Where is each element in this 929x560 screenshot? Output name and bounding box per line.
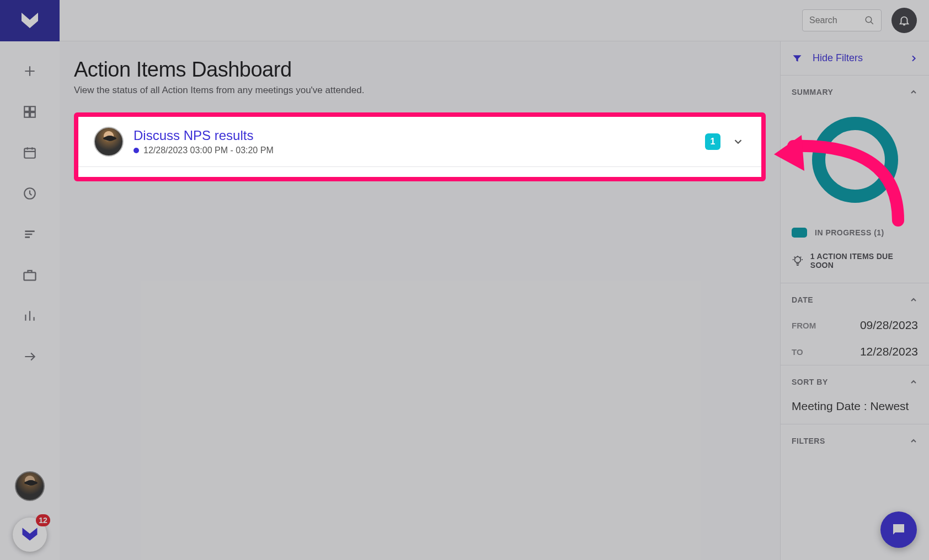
date-from-row[interactable]: FROM 09/28/2023 (781, 312, 929, 338)
summary-donut (781, 104, 929, 223)
notifications-button[interactable] (891, 8, 917, 33)
expand-button[interactable] (730, 134, 746, 149)
meeting-info: Discuss NPS results 12/28/2023 03:00 PM … (134, 128, 705, 155)
due-soon-row: 1 ACTION ITEMS DUE SOON (781, 242, 929, 283)
svg-point-8 (819, 123, 891, 196)
hide-filters-label: Hide Filters (813, 52, 863, 64)
status-dot-icon (134, 148, 139, 153)
date-label: DATE (792, 295, 813, 304)
sortby-header[interactable]: SORT BY (781, 365, 929, 394)
floating-logo-button[interactable]: 12 (13, 518, 47, 552)
list-icon[interactable] (22, 227, 38, 242)
dashboard-icon[interactable] (22, 104, 38, 120)
from-label: FROM (792, 321, 816, 330)
user-avatar[interactable] (15, 471, 45, 501)
search-placeholder: Search (809, 15, 837, 25)
app-logo[interactable] (0, 0, 60, 41)
search-icon (864, 15, 874, 25)
from-value: 09/28/2023 (860, 319, 918, 332)
meeting-card-highlight: Discuss NPS results 12/28/2023 03:00 PM … (74, 112, 766, 181)
svg-point-9 (794, 257, 800, 263)
chevron-up-icon (909, 88, 918, 96)
main-content: Action Items Dashboard View the status o… (60, 41, 780, 560)
page-title: Action Items Dashboard (74, 58, 766, 82)
svg-rect-2 (24, 112, 29, 117)
sidebar-bottom: 12 (0, 471, 60, 552)
page-subtitle: View the status of all Action Items from… (74, 85, 766, 96)
donut-chart-icon (808, 113, 902, 207)
legend-label: IN PROGRESS (1) (815, 228, 884, 237)
svg-rect-1 (30, 106, 35, 111)
filters-panel: Hide Filters SUMMARY IN PROGRESS (1) 1 A… (780, 41, 929, 560)
chevron-up-icon (909, 437, 918, 445)
bell-icon (898, 14, 910, 26)
meeting-time: 12/28/2023 03:00 PM - 03:20 PM (134, 146, 705, 155)
logo-small-icon (20, 525, 40, 545)
svg-rect-4 (24, 148, 35, 158)
count-badge: 1 (705, 133, 720, 150)
topbar: Search (60, 0, 929, 41)
hide-filters-button[interactable]: Hide Filters (781, 41, 929, 76)
chevron-right-icon (909, 54, 918, 63)
bar-chart-icon[interactable] (22, 308, 38, 324)
clock-icon[interactable] (22, 186, 38, 201)
svg-rect-6 (24, 272, 36, 280)
legend-in-progress[interactable]: IN PROGRESS (1) (781, 223, 929, 242)
filters-label: FILTERS (792, 437, 825, 445)
chat-icon (890, 521, 907, 538)
meeting-title[interactable]: Discuss NPS results (134, 128, 705, 143)
date-header[interactable]: DATE (781, 283, 929, 312)
meeting-time-text: 12/28/2023 03:00 PM - 03:20 PM (143, 146, 274, 155)
legend-swatch-icon (792, 228, 807, 238)
floating-badge: 12 (36, 514, 50, 526)
chevron-down-icon (732, 136, 744, 148)
summary-header[interactable]: SUMMARY (781, 76, 929, 104)
new-icon[interactable] (22, 63, 38, 79)
logo-icon (19, 10, 41, 32)
svg-point-7 (866, 17, 872, 23)
sortby-label: SORT BY (792, 378, 828, 386)
summary-label: SUMMARY (792, 88, 833, 96)
date-to-row[interactable]: TO 12/28/2023 (781, 338, 929, 365)
chevron-up-icon (909, 378, 918, 386)
filters-header[interactable]: FILTERS (781, 424, 929, 453)
sort-value[interactable]: Meeting Date : Newest (781, 394, 929, 424)
sidebar: 12 (0, 0, 60, 560)
to-value: 12/28/2023 (860, 345, 918, 358)
briefcase-icon[interactable] (22, 267, 38, 283)
meeting-avatar (94, 127, 124, 157)
chevron-up-icon (909, 295, 918, 304)
arrow-right-icon[interactable] (22, 349, 38, 364)
meeting-row[interactable]: Discuss NPS results 12/28/2023 03:00 PM … (78, 127, 761, 167)
calendar-icon[interactable] (22, 145, 38, 160)
due-soon-text: 1 ACTION ITEMS DUE SOON (810, 252, 918, 270)
search-input[interactable]: Search (802, 9, 882, 31)
lightbulb-icon (792, 255, 804, 267)
svg-rect-0 (24, 106, 29, 111)
nav-list (22, 63, 38, 364)
to-label: TO (792, 347, 803, 357)
filter-icon (792, 53, 803, 64)
chat-button[interactable] (880, 511, 917, 548)
svg-rect-3 (30, 112, 35, 117)
